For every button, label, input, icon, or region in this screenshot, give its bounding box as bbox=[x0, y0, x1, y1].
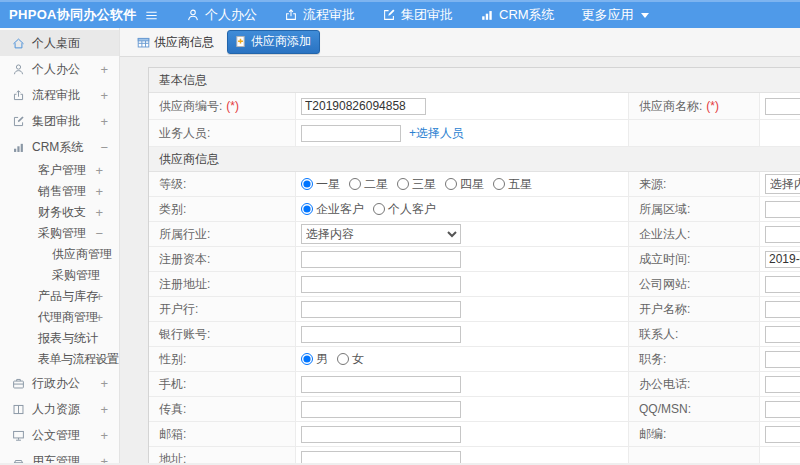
gender-radio-1[interactable] bbox=[337, 353, 349, 365]
sidebar-item-personal-desktop[interactable]: 个人桌面 bbox=[0, 30, 119, 56]
field-label: 开户行: bbox=[159, 301, 198, 318]
radio-option[interactable]: 一星 bbox=[301, 176, 340, 193]
expander-icon[interactable]: + bbox=[100, 403, 108, 416]
legal-person-input[interactable] bbox=[765, 226, 800, 243]
company-website-input[interactable] bbox=[765, 276, 800, 293]
expander-icon[interactable]: + bbox=[95, 185, 103, 198]
grade-radio-1[interactable] bbox=[349, 178, 361, 190]
registered-address-input[interactable] bbox=[301, 276, 461, 293]
tab-supplier-info[interactable]: 供应商信息 bbox=[133, 31, 218, 54]
registered-capital-input[interactable] bbox=[301, 251, 461, 268]
radio-option[interactable]: 企业客户 bbox=[301, 201, 364, 218]
choose-staff-link[interactable]: +选择人员 bbox=[409, 125, 464, 142]
supplier-code-input[interactable] bbox=[301, 98, 426, 115]
expander-icon[interactable]: + bbox=[95, 290, 103, 303]
sidebar-item-hr[interactable]: 人力资源+ bbox=[0, 396, 119, 422]
field-label: 所属行业: bbox=[159, 226, 210, 243]
radio-option[interactable]: 个人客户 bbox=[373, 201, 436, 218]
field-label: 成立时间: bbox=[639, 251, 690, 268]
expander-icon[interactable]: + bbox=[95, 206, 103, 219]
sidebar-item-document-mgmt[interactable]: 公文管理+ bbox=[0, 422, 119, 448]
expander-icon[interactable]: + bbox=[100, 115, 108, 128]
expander-icon[interactable]: + bbox=[100, 455, 108, 464]
sidebar-item-label: 人力资源 bbox=[32, 401, 80, 418]
bank-input[interactable] bbox=[301, 301, 461, 318]
radio-option[interactable]: 二星 bbox=[349, 176, 388, 193]
expander-icon[interactable]: + bbox=[95, 353, 103, 366]
radio-option[interactable]: 五星 bbox=[493, 176, 532, 193]
sidebar-item-agent-mgmt[interactable]: 代理商管理+ bbox=[0, 307, 119, 328]
sidebar-item-workflow-approval[interactable]: 流程审批+ bbox=[0, 82, 119, 108]
radio-option[interactable]: 三星 bbox=[397, 176, 436, 193]
field-cell bbox=[760, 247, 800, 271]
sidebar-item-sales-mgmt[interactable]: 销售管理+ bbox=[0, 181, 119, 202]
contact-input[interactable] bbox=[765, 326, 800, 343]
expander-icon[interactable]: − bbox=[100, 141, 108, 154]
gender-radio-0[interactable] bbox=[301, 353, 313, 365]
expander-icon[interactable]: + bbox=[95, 164, 103, 177]
expander-icon[interactable]: + bbox=[100, 63, 108, 76]
industry-select[interactable]: 选择内容 bbox=[301, 224, 461, 244]
founding-date-input[interactable] bbox=[765, 251, 800, 268]
radio-option[interactable]: 四星 bbox=[445, 176, 484, 193]
form-row: 性别:男女职务: bbox=[149, 347, 800, 372]
source-select[interactable]: 选择内容 bbox=[765, 174, 800, 194]
sidebar-item-vehicle-mgmt[interactable]: 用车管理+ bbox=[0, 448, 119, 463]
required-marker: (*) bbox=[226, 99, 239, 113]
grade-radio-2[interactable] bbox=[397, 178, 409, 190]
qq-msn-input[interactable] bbox=[765, 401, 800, 418]
grade-radio-4[interactable] bbox=[493, 178, 505, 190]
sidebar-item-purchasing[interactable]: 采购管理 bbox=[0, 265, 119, 286]
sidebar-item-finance[interactable]: 财务收支+ bbox=[0, 202, 119, 223]
radio-label: 三星 bbox=[412, 176, 436, 193]
sidebar-item-reports[interactable]: 报表与统计 bbox=[0, 328, 119, 349]
supplier-add-form: 基本信息供应商编号:(*)供应商名称:(*)业务人员:+选择人员供应商信息等级:… bbox=[148, 67, 800, 463]
nav-crm-system[interactable]: CRM系统 bbox=[480, 6, 555, 24]
menu-toggle-icon[interactable] bbox=[138, 2, 164, 28]
sidebar-item-group-approval[interactable]: 集团审批+ bbox=[0, 108, 119, 134]
field-label: 来源: bbox=[639, 176, 666, 193]
position-input[interactable] bbox=[765, 351, 800, 368]
office-phone-input[interactable] bbox=[765, 376, 800, 393]
zipcode-input[interactable] bbox=[765, 426, 800, 443]
address-input[interactable] bbox=[301, 451, 461, 464]
nav-group-approval[interactable]: 集团审批 bbox=[382, 6, 453, 24]
add-doc-icon bbox=[234, 35, 247, 48]
sidebar-item-crm-system[interactable]: CRM系统− bbox=[0, 134, 119, 160]
expander-icon[interactable]: + bbox=[100, 89, 108, 102]
staff-input[interactable] bbox=[301, 125, 401, 142]
sidebar-item-product-stock[interactable]: 产品与库存+ bbox=[0, 286, 119, 307]
sidebar-item-customer-mgmt[interactable]: 客户管理+ bbox=[0, 160, 119, 181]
nav-more-apps[interactable]: 更多应用 bbox=[582, 6, 649, 24]
category-radio-1[interactable] bbox=[373, 203, 385, 215]
nav-personal-office[interactable]: 个人办公 bbox=[186, 6, 257, 24]
nav-workflow-approval[interactable]: 流程审批 bbox=[284, 6, 355, 24]
sidebar-item-personal-office[interactable]: 个人办公+ bbox=[0, 56, 119, 82]
field-label-cell: 职务: bbox=[629, 347, 760, 371]
expander-icon[interactable]: + bbox=[95, 311, 103, 324]
region-input[interactable] bbox=[765, 201, 800, 218]
fax-input[interactable] bbox=[301, 401, 461, 418]
expander-icon[interactable]: + bbox=[100, 377, 108, 390]
tab-supplier-add[interactable]: 供应商添加 bbox=[227, 30, 320, 54]
category-radio-0[interactable] bbox=[301, 203, 313, 215]
mobile-input[interactable] bbox=[301, 376, 461, 393]
sidebar-item-label: 公文管理 bbox=[32, 427, 80, 444]
account-name-input[interactable] bbox=[765, 301, 800, 318]
sidebar-item-purchase-mgmt[interactable]: 采购管理− bbox=[0, 223, 119, 244]
grade-radio-0[interactable] bbox=[301, 178, 313, 190]
field-cell bbox=[760, 120, 800, 146]
radio-option[interactable]: 男 bbox=[301, 351, 328, 368]
sidebar-item-supplier-mgmt[interactable]: 供应商管理 bbox=[0, 244, 119, 265]
expander-icon[interactable]: + bbox=[100, 429, 108, 442]
grade-radios: 一星二星三星四星五星 bbox=[301, 176, 532, 193]
supplier-name-input[interactable] bbox=[765, 98, 800, 115]
nav-personal-office-label: 个人办公 bbox=[205, 6, 257, 24]
sidebar-item-form-flow-settings[interactable]: 表单与流程设置+ bbox=[0, 349, 119, 370]
email-input[interactable] bbox=[301, 426, 461, 443]
radio-option[interactable]: 女 bbox=[337, 351, 364, 368]
bank-account-input[interactable] bbox=[301, 326, 461, 343]
expander-icon[interactable]: − bbox=[95, 227, 103, 240]
grade-radio-3[interactable] bbox=[445, 178, 457, 190]
sidebar-item-admin-office[interactable]: 行政办公+ bbox=[0, 370, 119, 396]
